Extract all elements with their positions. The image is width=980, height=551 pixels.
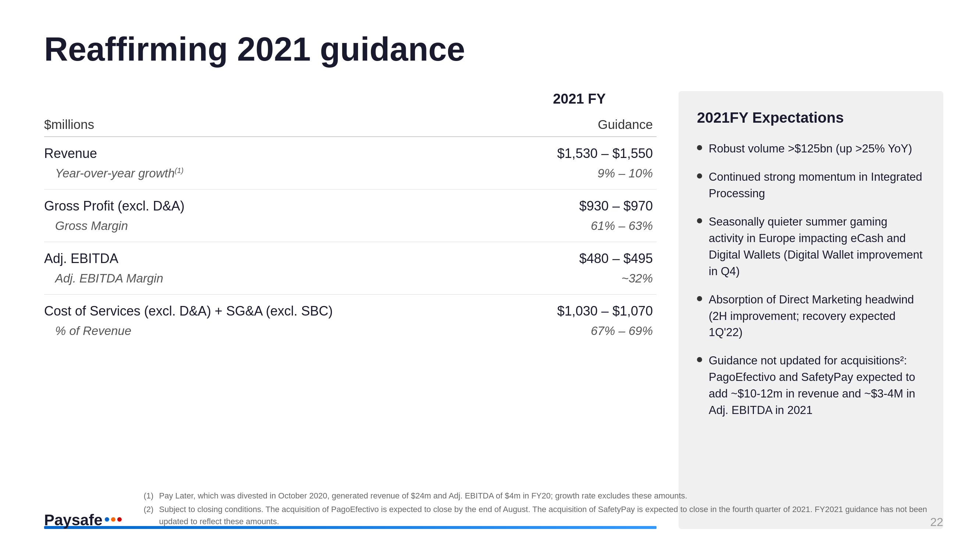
row-ofrevenue-label: % of Revenue [44,324,502,338]
logo-dot-blue [105,517,109,522]
list-item: Continued strong momentum in Integrated … [697,169,925,202]
logo-dots [105,517,122,523]
table-row: Gross Profit (excl. D&A) $930 – $970 [44,189,657,217]
row-ebitdamargin-value: ~32% [502,272,657,286]
bullet-list: Robust volume >$125bn (up >25% YoY) Cont… [697,141,925,419]
slide: Reaffirming 2021 guidance 2021 FY $milli… [0,0,980,551]
bullet-dot [697,145,702,150]
right-panel: 2021FY Expectations Robust volume >$125b… [679,91,943,529]
table-row-sub: % of Revenue 67% – 69% [44,322,657,347]
footnote-num-2: (2) [144,503,155,527]
bullet-dot [697,296,702,301]
table-subheader: $millions Guidance [44,111,657,137]
bullet-text: Absorption of Direct Marketing headwind … [709,292,925,341]
list-item: Absorption of Direct Marketing headwind … [697,292,925,341]
table-body: Revenue $1,530 – $1,550 Year-over-year g… [44,137,657,523]
row-costservices-value: $1,030 – $1,070 [502,303,657,319]
footnote-line: (1) Pay Later, which was divested in Oct… [144,490,943,502]
table-row-sub: Year-over-year growth(1) 9% – 10% [44,164,657,189]
table-header-fy: 2021 FY [44,91,657,111]
row-revenue-value: $1,530 – $1,550 [502,146,657,161]
logo-dot-red [117,517,122,522]
list-item: Seasonally quieter summer gaming activit… [697,214,925,280]
left-table: 2021 FY $millions Guidance Revenue $1,53… [44,91,657,529]
row-ebitda-label: Adj. EBITDA [44,251,502,266]
content-area: 2021 FY $millions Guidance Revenue $1,53… [44,91,943,529]
row-ebitdamargin-label: Adj. EBITDA Margin [44,272,502,286]
row-grossprofit-value: $930 – $970 [502,198,657,214]
logo-text: Paysafe [44,511,103,529]
row-ofrevenue-value: 67% – 69% [502,324,657,338]
fy-column-header: 2021 FY [502,91,657,107]
page-number: 22 [930,515,943,529]
logo-dot-orange [111,517,115,522]
footnote-text-1: Pay Later, which was divested in October… [159,490,687,502]
row-costservices-label: Cost of Services (excl. D&A) + SG&A (exc… [44,303,502,319]
bullet-text: Robust volume >$125bn (up >25% YoY) [709,141,912,157]
paysafe-logo: Paysafe [44,511,122,529]
footnotes-text: (1) Pay Later, which was divested in Oct… [144,490,943,529]
footnote-text-2: Subject to closing conditions. The acqui… [159,503,943,527]
list-item: Robust volume >$125bn (up >25% YoY) [697,141,925,157]
list-item: Guidance not updated for acquisitions²: … [697,353,925,419]
panel-title: 2021FY Expectations [697,110,925,126]
row-grossmargin-value: 61% – 63% [502,219,657,233]
bullet-text: Seasonally quieter summer gaming activit… [709,214,925,280]
row-revenue-label: Revenue [44,146,502,161]
footnote-num-1: (1) [144,490,155,502]
table-row: Revenue $1,530 – $1,550 [44,137,657,164]
row-yoy-label: Year-over-year growth(1) [44,167,502,180]
slide-title: Reaffirming 2021 guidance [44,29,943,69]
table-row-sub: Gross Margin 61% – 63% [44,217,657,242]
bullet-text: Guidance not updated for acquisitions²: … [709,353,925,419]
guidance-column-header: Guidance [502,117,657,132]
table-row: Adj. EBITDA $480 – $495 [44,242,657,269]
millions-label: $millions [44,117,502,132]
bullet-dot [697,357,702,362]
row-ebitda-value: $480 – $495 [502,251,657,266]
bullet-text: Continued strong momentum in Integrated … [709,169,925,202]
bullet-dot [697,173,702,178]
table-row: Cost of Services (excl. D&A) + SG&A (exc… [44,294,657,322]
footnotes-area: Paysafe (1) Pay Later, which was diveste… [44,490,943,529]
bullet-dot [697,218,702,223]
row-yoy-value: 9% – 10% [502,167,657,180]
row-grossmargin-label: Gross Margin [44,219,502,233]
footnote-line: (2) Subject to closing conditions. The a… [144,503,943,527]
table-row-sub: Adj. EBITDA Margin ~32% [44,269,657,294]
row-grossprofit-label: Gross Profit (excl. D&A) [44,198,502,214]
